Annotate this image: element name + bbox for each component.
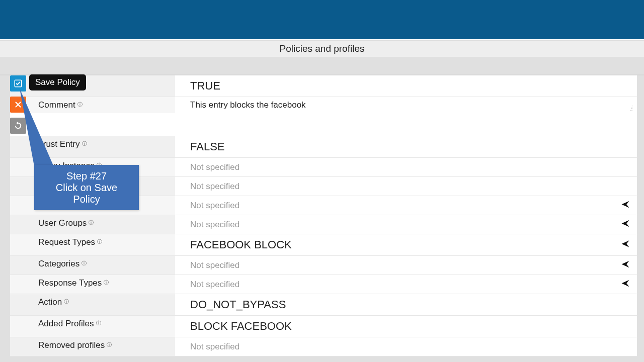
callout-line2: Click on Save <box>56 182 117 194</box>
row-comment: Commentⓘ This entry blocks the facebook … <box>10 97 637 136</box>
label-action: Actionⓘ <box>10 294 175 315</box>
send-icon[interactable] <box>621 200 630 211</box>
send-icon[interactable] <box>621 279 630 290</box>
value-action[interactable]: DO_NOT_BYPASS <box>175 294 637 315</box>
info-icon[interactable]: ⓘ <box>64 298 69 305</box>
info-icon[interactable]: ⓘ <box>104 279 109 286</box>
info-icon[interactable]: ⓘ <box>107 341 112 348</box>
value-response-types[interactable]: Not specified <box>175 275 637 294</box>
main-panel: Save Policy Step #27 Click on Save Polic… <box>0 75 644 362</box>
page-subheader: Policies and profiles <box>0 40 644 57</box>
row-response-types: Response Typesⓘ Not specified <box>10 275 637 294</box>
value-request-types[interactable]: FACEBOOK BLOCK <box>175 234 637 255</box>
send-icon[interactable] <box>621 259 630 271</box>
callout-line1: Step #27 <box>56 170 117 182</box>
label-removed-profiles: Removed profilesⓘ <box>10 337 175 356</box>
value-added-profiles[interactable]: BLOCK FACEBOOK <box>175 316 637 337</box>
top-banner <box>0 0 644 39</box>
spacer-bar <box>0 57 644 75</box>
resize-handle-icon[interactable]: .:.:: <box>630 106 632 110</box>
label-request-types: Request Typesⓘ <box>10 234 175 255</box>
instruction-callout: Step #27 Click on Save Policy <box>34 165 139 210</box>
value-proxy-instance[interactable]: Not specified <box>175 158 637 176</box>
value-trust-entry[interactable]: FALSE <box>175 136 637 157</box>
label-response-types: Response Typesⓘ <box>10 275 175 294</box>
value-user-groups[interactable]: Not specified <box>175 215 637 234</box>
page-title: Policies and profiles <box>280 43 365 54</box>
info-icon[interactable]: ⓘ <box>82 140 87 147</box>
row-categories: Categoriesⓘ Not specified <box>10 256 637 275</box>
label-added-profiles: Added Profilesⓘ <box>10 316 175 337</box>
row-removed-profiles: Removed profilesⓘ Not specified <box>10 337 637 356</box>
value-removed-profiles[interactable]: Not specified <box>175 337 637 356</box>
row-trust-entry: Trust Entryⓘ FALSE <box>10 136 637 158</box>
info-icon[interactable]: ⓘ <box>97 238 102 245</box>
info-icon[interactable]: ⓘ <box>89 219 94 226</box>
row-request-types: Request Typesⓘ FACEBOOK BLOCK <box>10 234 637 256</box>
callout-line3: Policy <box>56 194 117 205</box>
check-box-icon <box>14 79 23 88</box>
info-icon[interactable]: ⓘ <box>96 320 101 327</box>
row-enabled: TRUE <box>10 75 637 97</box>
value-enabled[interactable]: TRUE <box>175 75 637 97</box>
value-extra-2[interactable]: Not specified <box>175 196 637 215</box>
send-icon[interactable] <box>621 219 630 230</box>
label-user-groups: User Groupsⓘ <box>10 215 175 234</box>
value-extra-1[interactable]: Not specified <box>175 177 637 196</box>
label-categories: Categoriesⓘ <box>10 256 175 275</box>
info-icon[interactable]: ⓘ <box>82 260 87 267</box>
send-icon[interactable] <box>621 238 630 251</box>
row-user-groups: User Groupsⓘ Not specified <box>10 215 637 234</box>
svg-marker-1 <box>20 88 55 169</box>
value-comment[interactable]: This entry blocks the facebook .:.:: <box>175 97 637 113</box>
row-added-profiles: Added Profilesⓘ BLOCK FACEBOOK <box>10 316 637 337</box>
value-categories[interactable]: Not specified <box>175 256 637 275</box>
policy-form: TRUE Commentⓘ This entry blocks the face… <box>10 75 637 356</box>
row-action: Actionⓘ DO_NOT_BYPASS <box>10 294 637 316</box>
